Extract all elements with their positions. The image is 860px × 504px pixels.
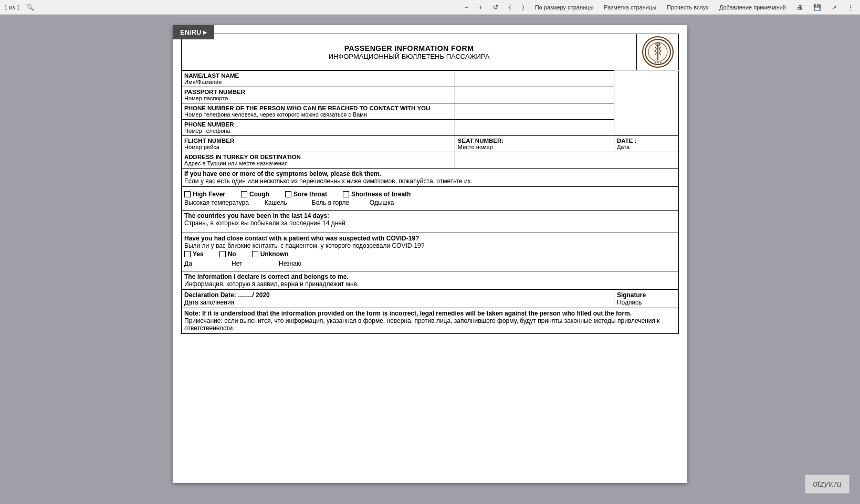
countries-label-ru: Страны, в которых вы побывали за последн… (184, 219, 676, 231)
symptoms-intro-cell: If you have one or more of the symptoms … (182, 169, 679, 187)
annotation-button[interactable]: Добавление примечаний (717, 3, 788, 12)
covid-contact-cell: Have you had close contact with a patien… (182, 233, 679, 271)
prev-button[interactable]: ⟨ (507, 3, 513, 12)
symptom-high-fever[interactable]: High Fever (184, 191, 225, 198)
read-aloud-button[interactable]: Прочесть вслух (665, 3, 711, 12)
date-label-en: DATE : (617, 138, 676, 144)
form-title: PASSENGER INFORMATION FORM ИНФОРМАЦИОННЫ… (182, 40, 636, 65)
signature-cell: Signature Подпись (614, 290, 678, 308)
unknown-label-en: Unknown (260, 250, 289, 258)
yes-checkbox[interactable] (184, 251, 191, 257)
declaration-cell: The information I declare is correct and… (182, 271, 679, 290)
no-checkbox[interactable] (219, 251, 226, 257)
logo-emblem: ★ ★ ★ (642, 36, 674, 68)
contact-phone-row: PHONE NUMBER OF THE PERSON WHO CAN BE RE… (182, 103, 679, 120)
cough-label-ru: Кашель (265, 199, 296, 206)
unknown-option[interactable]: Unknown (252, 250, 289, 258)
symptoms-intro-en: If you have one or more of the symptoms … (184, 170, 676, 177)
language-badge[interactable]: EN/RU ▸ (173, 25, 214, 39)
cough-checkbox[interactable] (241, 191, 247, 197)
refresh-button[interactable]: ↺ (491, 3, 500, 12)
contact-phone-label-en: PHONE NUMBER OF THE PERSON WHO CAN BE RE… (184, 105, 452, 111)
shortness-label-en: Shortness of breath (351, 191, 411, 198)
save-button[interactable]: 💾 (811, 3, 823, 12)
symptoms-cell: High Fever Cough Sore throat Shortn (182, 187, 679, 211)
contact-phone-label-cell: PHONE NUMBER OF THE PERSON WHO CAN BE RE… (182, 103, 455, 120)
phone-value-cell[interactable] (455, 120, 614, 136)
passport-value-cell[interactable] (455, 87, 614, 103)
symptom-sore-throat[interactable]: Sore throat (285, 191, 327, 198)
zoom-in-button[interactable]: + (477, 3, 485, 12)
no-option[interactable]: No (219, 250, 236, 258)
name-row: NAME/LAST NAME Имя/Фамилия (182, 71, 679, 87)
name-value-cell[interactable] (455, 71, 614, 87)
symptoms-intro-row: If you have one or more of the symptoms … (182, 169, 679, 187)
note-text-ru: Примечание: если выяснится, что информац… (184, 317, 676, 332)
signature-label-ru: Подпись (617, 299, 676, 306)
symptoms-list: High Fever Cough Sore throat Shortn (184, 188, 676, 199)
high-fever-label-en: High Fever (193, 191, 225, 198)
content-area: EN/RU ▸ PASSENGER INFORMATION FORM ИНФОР… (0, 15, 860, 504)
symptom-cough[interactable]: Cough (241, 191, 269, 198)
watermark: otzyv.ru (805, 475, 849, 494)
emblem-svg: ★ ★ ★ (644, 38, 672, 66)
symptom-shortness[interactable]: Shortness of breath (343, 191, 411, 198)
date-cell: DATE : Дата (614, 136, 678, 152)
countries-label-en: The countries you have been in the last … (184, 212, 676, 219)
toolbar-left: 1 из 1 🔍 (4, 3, 36, 12)
flight-label-en: FLIGHT NUMBER (184, 138, 452, 144)
high-fever-label-ru: Высокая температура (184, 199, 249, 206)
symptoms-ru-labels: Высокая температура Кашель Боль в горле … (184, 199, 676, 208)
date-signature-row: Declaration Date: ….…/ 2020 Дата заполне… (182, 290, 679, 308)
covid-contact-label-ru: Были ли у вас близкие контакты с пациент… (184, 242, 676, 249)
print-button[interactable]: 🖨 (794, 3, 805, 12)
yes-label-en: Yes (193, 250, 204, 258)
page-total: из 1 (9, 4, 19, 10)
toolbar-right: − + ↺ ⟨ ⟩ По размеру страницы Разметка с… (463, 3, 856, 12)
share-button[interactable]: ↗ (830, 3, 839, 12)
flight-row: FLIGHT NUMBER Номер рейса SEAT NUMBER: М… (182, 136, 679, 152)
address-value-cell[interactable] (455, 152, 678, 169)
fit-page-button[interactable]: По размеру страницы (533, 3, 596, 12)
flight-label-ru: Номер рейса (184, 144, 452, 150)
passport-label-en: PASSPORT NUMBER (184, 89, 452, 95)
svg-text:★ ★ ★: ★ ★ ★ (654, 61, 662, 64)
name-label-cell: NAME/LAST NAME Имя/Фамилия (182, 71, 455, 87)
layout-button[interactable]: Разметка страницы (602, 3, 658, 12)
passport-label-cell: PASSPORT NUMBER Номер паспорта (182, 87, 455, 103)
high-fever-checkbox[interactable] (184, 191, 191, 197)
zoom-out-button[interactable]: − (463, 3, 470, 12)
contact-phone-value-cell[interactable] (455, 103, 614, 120)
unknown-checkbox[interactable] (252, 251, 258, 257)
declaration-text-ru: Информация, которую я заявил, верна и пр… (184, 280, 676, 288)
contact-phone-label-ru: Номер телефона человека, через которого … (184, 111, 452, 118)
cough-label-en: Cough (249, 191, 269, 198)
seat-label-ru: Место номер (458, 144, 611, 150)
countries-cell: The countries you have been in the last … (182, 211, 679, 233)
form-title-en: PASSENGER INFORMATION FORM (203, 44, 615, 52)
more-button[interactable]: ⋮ (845, 3, 856, 12)
signature-label-en: Signature (617, 291, 676, 299)
covid-contact-label-en: Have you had close contact with a patien… (184, 235, 676, 242)
phone-row: PHONE NUMBER Номер телефона (182, 120, 679, 136)
page-current: 1 (4, 4, 7, 10)
yes-label-ru: Да (184, 260, 216, 267)
form-header: PASSENGER INFORMATION FORM ИНФОРМАЦИОННЫ… (181, 34, 679, 70)
next-button[interactable]: ⟩ (520, 3, 527, 12)
sore-throat-checkbox[interactable] (285, 191, 291, 197)
search-button[interactable]: 🔍 (24, 3, 36, 12)
countries-row: The countries you have been in the last … (182, 211, 679, 233)
decl-date-label-en: Declaration Date: ….…/ 2020 (184, 291, 611, 299)
shortness-label-ru: Одышка (370, 199, 394, 206)
address-label-cell: ADDRESS IN TURKEY OR DESTINATION Адрес в… (182, 152, 455, 169)
note-text-en: Note: If it is understood that the infor… (184, 310, 676, 317)
shortness-checkbox[interactable] (343, 191, 349, 197)
phone-label-en: PHONE NUMBER (184, 121, 452, 128)
note-cell: Note: If it is understood that the infor… (182, 308, 679, 334)
yes-option[interactable]: Yes (184, 250, 204, 258)
sore-throat-label-en: Sore throat (293, 191, 327, 198)
address-label-en: ADDRESS IN TURKEY OR DESTINATION (184, 154, 452, 160)
name-label-ru: Имя/Фамилия (184, 79, 452, 85)
form-table: NAME/LAST NAME Имя/Фамилия PASSPORT NUMB… (181, 70, 679, 334)
seat-cell: SEAT NUMBER: Место номер (455, 136, 614, 152)
